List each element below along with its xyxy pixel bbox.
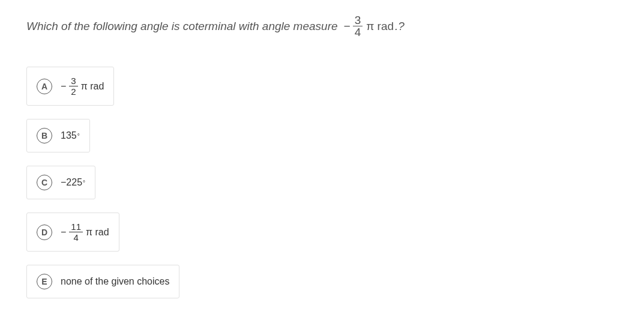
choice-b[interactable]: B 135° — [26, 119, 90, 152]
question-text: Which of the following angle is cotermin… — [26, 14, 618, 38]
choice-answer: − 11 4 π rad — [61, 222, 109, 243]
answer-frac-den: 4 — [72, 232, 80, 243]
question-pi-unit: π rad — [366, 20, 394, 33]
question-fraction: 3 4 — [353, 14, 363, 38]
choice-d[interactable]: D − 11 4 π rad — [26, 213, 119, 252]
answer-fraction: 3 2 — [69, 76, 77, 97]
answer-frac-den: 2 — [69, 86, 77, 97]
choice-answer: 135° — [61, 130, 80, 141]
degree-icon: ° — [83, 180, 85, 186]
choice-a[interactable]: A − 3 2 π rad — [26, 67, 114, 106]
choice-e[interactable]: E none of the given choices — [26, 265, 179, 298]
answer-frac-num: 3 — [69, 76, 77, 86]
choice-letter: E — [37, 274, 52, 289]
choice-answer: −225° — [61, 177, 85, 188]
answer-tail: π rad — [86, 227, 109, 238]
answer-value: −225 — [61, 177, 82, 188]
question-minus: − — [344, 20, 351, 33]
answer-value: 135 — [61, 130, 77, 141]
answer-frac-num: 11 — [69, 222, 83, 232]
question-prefix: Which of the following angle is cotermin… — [26, 20, 338, 33]
answer-fraction: 11 4 — [69, 222, 83, 243]
choice-answer: none of the given choices — [61, 276, 169, 287]
choice-answer: − 3 2 π rad — [61, 76, 104, 97]
question-frac-den: 4 — [353, 26, 363, 38]
question-suffix: .? — [395, 20, 405, 33]
answer-minus: − — [61, 227, 66, 238]
choice-letter: D — [37, 225, 52, 240]
answer-text: none of the given choices — [61, 276, 169, 287]
choice-c[interactable]: C −225° — [26, 166, 95, 199]
answer-minus: − — [61, 81, 66, 92]
question-frac-num: 3 — [353, 14, 363, 26]
answer-tail: π rad — [81, 81, 104, 92]
choices-list: A − 3 2 π rad B 135° C −225° D − 11 4 — [26, 67, 618, 298]
degree-icon: ° — [77, 133, 80, 139]
choice-letter: C — [37, 175, 52, 190]
choice-letter: A — [37, 79, 52, 94]
choice-letter: B — [37, 128, 52, 143]
